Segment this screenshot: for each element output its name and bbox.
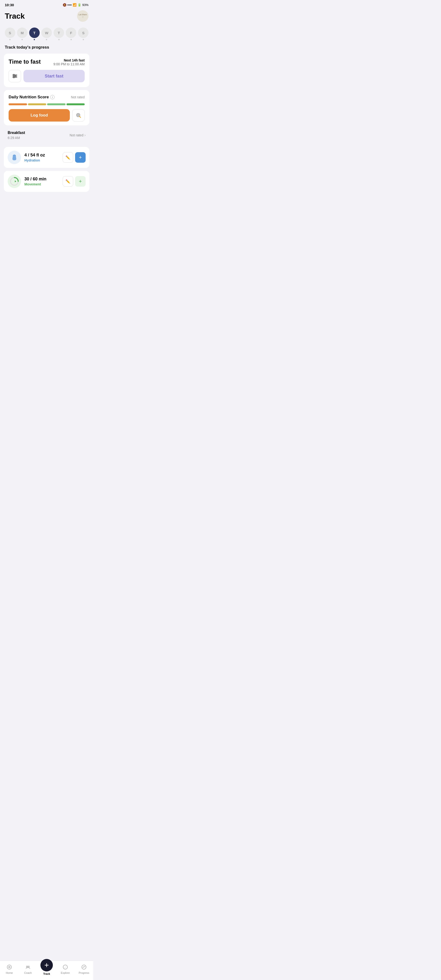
svg-point-3 [13,75,14,76]
day-tuesday[interactable]: T [29,27,40,40]
movement-edit-button[interactable]: ✏️ [63,176,73,187]
fasting-schedule-label: Next 14h fast [53,58,85,62]
avatar-button[interactable]: Let them ♡ [77,10,89,22]
movement-info: 30 / 60 min Movement [24,177,59,186]
avatar-text: Let them ♡ [78,13,87,19]
movement-label: Movement [24,182,59,186]
status-icons: 🔕 ▪▪▪▪ 📶 🔋 93% [63,3,89,7]
bar-light-green [47,103,65,105]
nutrition-card: Daily Nutrition Score i Not rated Log fo… [4,90,89,126]
signal-icon: ▪▪▪▪ [67,3,72,7]
nutrition-status: Not rated [71,95,85,99]
fasting-schedule-time: 9:00 PM to 11:00 AM [53,62,85,66]
fasting-card: Time to fast Next 14h fast 9:00 PM to 11… [4,54,89,87]
day-circle-m[interactable]: M [17,27,27,38]
day-dot-w [46,39,47,40]
section-title: Track today's progress [0,45,93,54]
day-dot-t1 [34,39,35,40]
day-dot-t2 [58,39,60,40]
page-title: Track [5,12,25,21]
movement-tracker: 30 / 60 min Movement ✏️ + [4,171,89,192]
day-circle-w[interactable]: W [41,27,52,38]
bar-orange [9,103,27,105]
hydration-tracker: 4 / 54 fl oz Hydration ✏️ + [4,147,89,168]
status-bar: 10:30 🔕 ▪▪▪▪ 📶 🔋 93% [0,0,93,8]
svg-point-5 [13,77,14,78]
nutrition-title-row: Daily Nutrition Score i [9,95,54,100]
nutrition-bars [9,103,85,105]
movement-add-button[interactable]: + [75,176,86,187]
meal-time: 6:29 AM [8,136,25,140]
meal-info: Breakfast 6:29 AM [8,130,25,140]
mute-icon: 🔕 [63,3,67,7]
hydration-actions: ✏️ + [63,152,86,163]
battery-percent: 93% [82,3,89,7]
day-selector: S M T W T F S [0,25,93,45]
fasting-title: Time to fast [9,58,41,65]
meal-name: Breakfast [8,130,25,135]
day-sunday[interactable]: S [5,27,15,40]
day-circle-s1[interactable]: S [5,27,15,38]
chevron-right-icon: › [84,133,86,137]
bar-yellow [28,103,46,105]
nutrition-header: Daily Nutrition Score i Not rated [9,95,85,100]
day-wednesday[interactable]: W [41,27,52,40]
day-thursday[interactable]: T [54,27,64,40]
hydration-icon [8,151,21,164]
movement-actions: ✏️ + [63,176,86,187]
day-dot-f [71,39,72,40]
hydration-edit-button[interactable]: ✏️ [63,152,73,163]
fasting-header: Time to fast Next 14h fast 9:00 PM to 11… [9,58,85,66]
day-saturday[interactable]: S [78,27,89,40]
movement-amount: 30 / 60 min [24,177,59,181]
fasting-actions: Start fast [9,70,85,82]
log-food-row: Log food [9,109,85,126]
fasting-settings-button[interactable] [9,70,21,82]
scan-food-button[interactable] [72,109,85,121]
day-circle-t1[interactable]: T [29,27,40,38]
info-icon[interactable]: i [50,95,54,99]
wifi-icon: 📶 [73,3,76,7]
meal-status: Not rated › [70,133,86,137]
meal-status-text: Not rated [70,133,84,137]
svg-point-4 [15,76,16,77]
day-dot-m [22,39,23,40]
day-circle-f[interactable]: F [66,27,76,38]
day-friday[interactable]: F [66,27,76,40]
nutrition-title: Daily Nutrition Score [9,95,49,100]
hydration-amount: 4 / 54 fl oz [24,153,59,158]
day-circle-s2[interactable]: S [78,27,89,38]
header: Track Let them ♡ [0,8,93,25]
day-dot-s2 [83,39,84,40]
svg-point-7 [78,115,79,116]
day-dot-s1 [10,39,11,40]
movement-icon [8,175,21,188]
breakfast-row[interactable]: Breakfast 6:29 AM Not rated › [4,126,89,144]
hydration-label: Hydration [24,158,59,162]
svg-point-9 [79,116,80,117]
battery-icon: 🔋 [78,3,81,7]
svg-marker-11 [15,180,16,182]
day-monday[interactable]: M [17,27,27,40]
log-food-button[interactable]: Log food [9,109,70,121]
start-fast-button[interactable]: Start fast [24,70,85,82]
fasting-schedule: Next 14h fast 9:00 PM to 11:00 AM [53,58,85,66]
hydration-info: 4 / 54 fl oz Hydration [24,153,59,162]
status-time: 10:30 [5,3,14,7]
bar-green [67,103,85,105]
hydration-add-button[interactable]: + [75,152,86,163]
day-circle-t2[interactable]: T [54,27,64,38]
